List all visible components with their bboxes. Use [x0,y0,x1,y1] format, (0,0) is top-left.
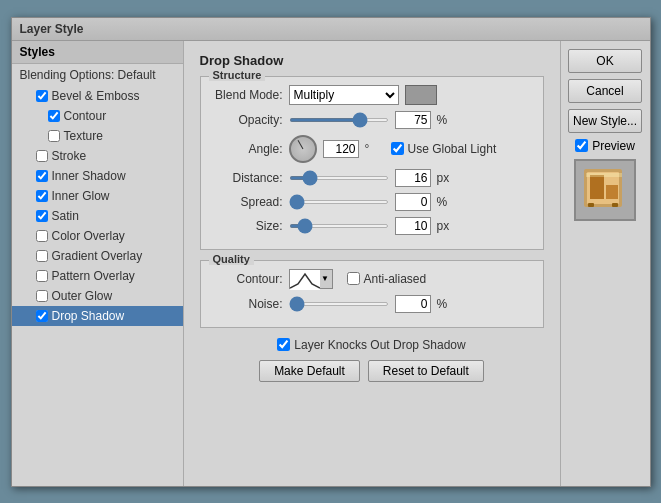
sidebar-item-contour[interactable]: Contour [12,106,183,126]
noise-input[interactable] [395,295,431,313]
sidebar-item-stroke[interactable]: Stroke [12,146,183,166]
opacity-input[interactable] [395,111,431,129]
color-overlay-checkbox[interactable] [36,230,48,242]
reset-to-default-button[interactable]: Reset to Default [368,360,484,382]
svg-rect-6 [588,203,594,207]
spread-input[interactable] [395,193,431,211]
inner-glow-checkbox[interactable] [36,190,48,202]
opacity-label: Opacity: [213,113,283,127]
distance-input[interactable] [395,169,431,187]
sidebar-item-texture[interactable]: Texture [12,126,183,146]
distance-row: Distance: px [213,169,531,187]
layer-knocks-out-checkbox[interactable] [277,338,290,351]
inner-glow-label: Inner Glow [52,189,110,203]
opacity-slider[interactable] [289,118,389,122]
texture-checkbox[interactable] [48,130,60,142]
use-global-light-checkbox[interactable] [391,142,404,155]
preview-text: Preview [592,139,635,153]
inner-shadow-checkbox[interactable] [36,170,48,182]
bottom-buttons: Make Default Reset to Default [200,360,544,382]
sidebar-item-inner-glow[interactable]: Inner Glow [12,186,183,206]
distance-slider[interactable] [289,176,389,180]
preview-checkbox[interactable] [575,139,588,152]
ok-button[interactable]: OK [568,49,642,73]
center-panel: Drop Shadow Structure Blend Mode: Multip… [184,41,560,486]
sidebar-item-outer-glow[interactable]: Outer Glow [12,286,183,306]
sidebar-item-inner-shadow[interactable]: Inner Shadow [12,166,183,186]
svg-rect-4 [606,185,618,199]
shadow-color-swatch[interactable] [405,85,437,105]
sidebar-item-drop-shadow[interactable]: Drop Shadow [12,306,183,326]
contour-row: Contour: ▼ Anti-aliased [213,269,531,289]
size-row: Size: px [213,217,531,235]
size-input[interactable] [395,217,431,235]
angle-label: Angle: [213,142,283,156]
svg-rect-5 [586,173,622,177]
cancel-button[interactable]: Cancel [568,79,642,103]
sidebar-item-bevel-emboss[interactable]: Bevel & Emboss [12,86,183,106]
new-style-button[interactable]: New Style... [568,109,642,133]
left-panel: Styles Blending Options: Default Bevel &… [12,41,184,486]
svg-rect-3 [590,175,604,199]
section-title: Drop Shadow [200,53,544,68]
angle-dial[interactable] [289,135,317,163]
contour-checkbox[interactable] [48,110,60,122]
pattern-overlay-label: Pattern Overlay [52,269,135,283]
contour-picker[interactable]: ▼ [289,269,333,289]
layer-knocks-out-row: Layer Knocks Out Drop Shadow [200,338,544,352]
angle-needle [297,140,303,149]
quality-group-label: Quality [209,253,254,265]
inner-shadow-label: Inner Shadow [52,169,126,183]
structure-group: Structure Blend Mode: Multiply Normal Sc… [200,76,544,250]
noise-row: Noise: % [213,295,531,313]
blend-options-row[interactable]: Blending Options: Default [12,64,183,86]
anti-aliased-label[interactable]: Anti-aliased [347,272,427,286]
satin-label: Satin [52,209,79,223]
dialog-title: Layer Style [20,22,84,36]
make-default-button[interactable]: Make Default [259,360,360,382]
sidebar-item-pattern-overlay[interactable]: Pattern Overlay [12,266,183,286]
layer-knocks-out-label[interactable]: Layer Knocks Out Drop Shadow [277,338,465,352]
preview-label[interactable]: Preview [575,139,635,153]
size-unit: px [437,219,457,233]
texture-label: Texture [64,129,103,143]
anti-aliased-checkbox[interactable] [347,272,360,285]
preview-svg [580,165,630,215]
structure-group-label: Structure [209,69,266,81]
drop-shadow-checkbox[interactable] [36,310,48,322]
distance-label: Distance: [213,171,283,185]
blend-mode-label: Blend Mode: [213,88,283,102]
spread-label: Spread: [213,195,283,209]
angle-input[interactable] [323,140,359,158]
blend-mode-select[interactable]: Multiply Normal Screen Overlay [289,85,399,105]
sidebar-item-gradient-overlay[interactable]: Gradient Overlay [12,246,183,266]
angle-row: Angle: ° Use Global Light [213,135,531,163]
size-slider[interactable] [289,224,389,228]
anti-aliased-text: Anti-aliased [364,272,427,286]
stroke-label: Stroke [52,149,87,163]
blend-mode-row: Blend Mode: Multiply Normal Screen Overl… [213,85,531,105]
spread-unit: % [437,195,457,209]
size-label: Size: [213,219,283,233]
preview-thumbnail [574,159,636,221]
contour-label: Contour [64,109,107,123]
stroke-checkbox[interactable] [36,150,48,162]
noise-unit: % [437,297,457,311]
angle-unit: ° [365,142,385,156]
satin-checkbox[interactable] [36,210,48,222]
use-global-light-label[interactable]: Use Global Light [391,142,497,156]
contour-dropdown-button[interactable]: ▼ [319,269,333,289]
gradient-overlay-checkbox[interactable] [36,250,48,262]
outer-glow-checkbox[interactable] [36,290,48,302]
sidebar-item-color-overlay[interactable]: Color Overlay [12,226,183,246]
bevel-emboss-checkbox[interactable] [36,90,48,102]
gradient-overlay-label: Gradient Overlay [52,249,143,263]
contour-swatch[interactable] [289,269,319,289]
pattern-overlay-checkbox[interactable] [36,270,48,282]
outer-glow-label: Outer Glow [52,289,113,303]
sidebar-item-satin[interactable]: Satin [12,206,183,226]
noise-label: Noise: [213,297,283,311]
noise-slider[interactable] [289,302,389,306]
quality-group: Quality Contour: ▼ [200,260,544,328]
spread-slider[interactable] [289,200,389,204]
